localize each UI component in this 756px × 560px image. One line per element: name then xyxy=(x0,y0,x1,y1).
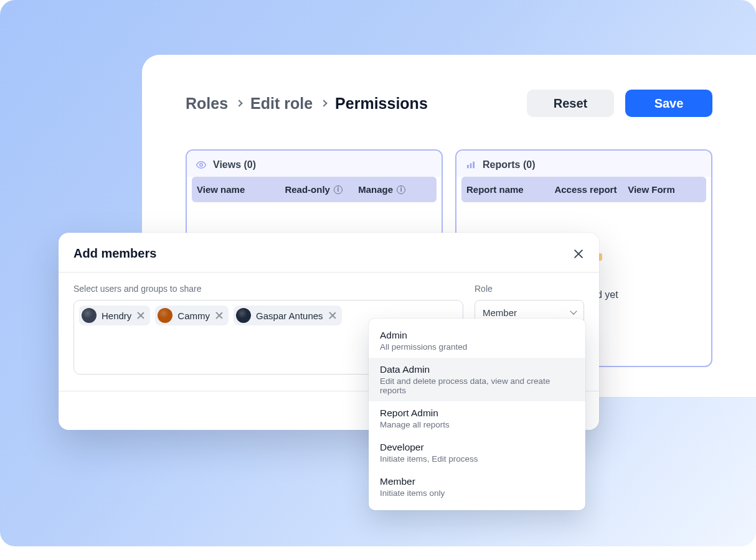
views-panel-header: Views (0) xyxy=(187,151,442,177)
role-option-subtitle: Initiate items, Edit process xyxy=(380,454,574,464)
breadcrumb: Roles Edit role Permissions xyxy=(186,95,428,113)
info-icon[interactable]: i xyxy=(397,185,405,194)
svg-rect-3 xyxy=(473,162,475,169)
col-view-name: View name xyxy=(197,184,285,195)
role-option-subtitle: Manage all reports xyxy=(380,420,574,429)
role-option-title: Data Admin xyxy=(380,364,574,375)
role-dropdown: AdminAll permissions grantedData AdminEd… xyxy=(369,319,585,510)
remove-chip-icon[interactable] xyxy=(215,311,224,320)
role-option-subtitle: All permissions granted xyxy=(380,342,574,352)
save-button[interactable]: Save xyxy=(625,90,712,117)
chip-name: Hendry xyxy=(102,310,131,321)
app-header: Roles Edit role Permissions Reset Save xyxy=(186,90,712,117)
chevron-right-icon xyxy=(235,100,242,106)
reports-panel-header: Reports (0) xyxy=(456,151,711,177)
role-option-subtitle: Initiate items only xyxy=(380,488,574,498)
chip-name: Gaspar Antunes xyxy=(256,310,323,321)
remove-chip-icon[interactable] xyxy=(136,311,145,320)
role-label: Role xyxy=(475,284,584,294)
chevron-right-icon xyxy=(320,100,327,106)
role-option-title: Developer xyxy=(380,442,574,453)
avatar xyxy=(82,308,97,323)
role-option[interactable]: MemberInitiate items only xyxy=(369,470,585,504)
role-option[interactable]: DeveloperInitiate items, Edit process xyxy=(369,436,585,470)
role-option-subtitle: Edit and delete process data, view and c… xyxy=(380,376,574,395)
role-option[interactable]: Report AdminManage all reports xyxy=(369,401,585,436)
role-option[interactable]: AdminAll permissions granted xyxy=(369,324,585,358)
breadcrumb-level2[interactable]: Edit role xyxy=(250,95,313,113)
modal-header: Add members xyxy=(59,233,599,272)
info-icon[interactable]: i xyxy=(334,185,343,194)
reports-panel-title: Reports (0) xyxy=(483,159,535,170)
user-chip[interactable]: Cammy xyxy=(155,306,229,325)
col-manage: Manage i xyxy=(358,184,432,195)
role-option-title: Admin xyxy=(380,330,574,341)
reports-table-head: Report name Access report View Form xyxy=(461,177,706,202)
col-report-name: Report name xyxy=(466,184,554,195)
col-access-report: Access report xyxy=(554,184,628,195)
chip-name: Cammy xyxy=(177,310,210,321)
modal-title: Add members xyxy=(73,246,156,261)
role-option[interactable]: Data AdminEdit and delete process data, … xyxy=(369,358,585,401)
breadcrumb-current: Permissions xyxy=(335,95,428,113)
header-actions: Reset Save xyxy=(527,90,712,117)
eye-icon xyxy=(196,159,207,170)
role-option-title: Member xyxy=(380,476,574,487)
views-panel-title: Views (0) xyxy=(213,159,256,170)
remove-chip-icon[interactable] xyxy=(328,311,337,320)
bar-chart-icon xyxy=(465,159,476,170)
role-selected-value: Member xyxy=(483,307,517,318)
col-read-only: Read-only i xyxy=(285,184,358,195)
avatar xyxy=(158,308,172,323)
svg-rect-1 xyxy=(467,165,469,168)
chevron-down-icon xyxy=(570,307,577,314)
close-icon[interactable] xyxy=(573,248,584,259)
avatar xyxy=(236,308,251,323)
user-chip[interactable]: Hendry xyxy=(79,306,150,325)
svg-rect-2 xyxy=(470,163,472,168)
views-table-head: View name Read-only i Manage i xyxy=(192,177,437,202)
role-option-title: Report Admin xyxy=(380,408,574,419)
reset-button[interactable]: Reset xyxy=(527,90,614,117)
background-stage: Roles Edit role Permissions Reset Save V… xyxy=(0,0,756,546)
svg-point-0 xyxy=(200,164,203,167)
user-chip[interactable]: Gaspar Antunes xyxy=(234,306,342,325)
breadcrumb-level1[interactable]: Roles xyxy=(186,95,228,113)
share-label: Select users and groups to share xyxy=(73,284,463,294)
col-view-form: View Form xyxy=(628,184,701,195)
